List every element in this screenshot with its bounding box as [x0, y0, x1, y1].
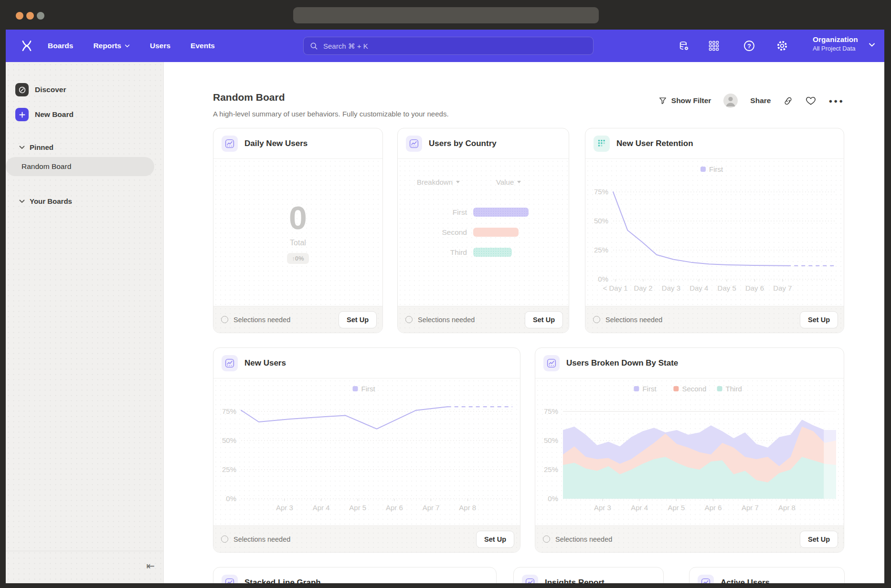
insights-chart-icon: [522, 575, 538, 583]
bar: [473, 208, 529, 217]
svg-text:Apr 8: Apr 8: [778, 504, 796, 512]
discover-icon: [15, 83, 29, 96]
svg-text:Day 4: Day 4: [689, 284, 708, 292]
org-caret-icon[interactable]: [869, 43, 875, 47]
insights-chart-icon: [543, 355, 560, 371]
svg-text:0%: 0%: [598, 275, 608, 283]
more-options-icon[interactable]: ●●●: [828, 97, 844, 105]
bar-row: First: [398, 208, 569, 217]
svg-text:Apr 6: Apr 6: [705, 504, 722, 512]
set-up-button[interactable]: Set Up: [525, 311, 563, 328]
traffic-light-minimize-button[interactable]: [26, 12, 34, 20]
card-footer: Selections needed Set Up: [398, 306, 569, 333]
sidebar-item-discover[interactable]: Discover: [15, 83, 66, 96]
search-input[interactable]: [322, 42, 587, 51]
nav-item-users[interactable]: Users: [150, 42, 170, 50]
card-users-by-state: Users Broken Down By State 0%25%50%75%Ap…: [535, 347, 844, 553]
nav-links: Boards Reports Users Events: [48, 30, 215, 62]
search-box[interactable]: [303, 37, 594, 55]
show-filter-button[interactable]: Show Filter: [658, 96, 711, 105]
retention-grid-icon: [594, 136, 610, 152]
insights-chart-icon: [222, 575, 238, 583]
nav-item-events[interactable]: Events: [191, 42, 215, 50]
card-daily-new-users: Daily New Users 0 Total ↑0% Selections n…: [213, 128, 383, 333]
copy-link-icon[interactable]: [783, 96, 793, 106]
url-bar[interactable]: [293, 7, 599, 23]
filter-funnel-icon: [658, 96, 667, 105]
svg-text:Day 5: Day 5: [718, 284, 736, 292]
status-text: Selections needed: [605, 316, 795, 324]
set-up-button[interactable]: Set Up: [800, 531, 838, 548]
bar-label: Third: [398, 248, 473, 257]
org-switcher[interactable]: Organization All Project Data: [813, 35, 858, 52]
svg-text:Day 6: Day 6: [745, 284, 764, 292]
share-button[interactable]: Share: [750, 96, 771, 105]
svg-text:Second: Second: [682, 385, 706, 393]
insights-chart-icon: [406, 136, 422, 152]
svg-text:Apr 4: Apr 4: [631, 504, 648, 512]
sidebar-item-new-board[interactable]: New Board: [15, 108, 74, 121]
insights-chart-icon: [698, 575, 714, 583]
card-body: 0%25%50%75%Apr 3Apr 4Apr 5Apr 6Apr 7Apr …: [535, 378, 844, 525]
card-title: New User Retention: [616, 139, 693, 148]
card-title: Users Broken Down By State: [566, 358, 678, 368]
value-dropdown[interactable]: Value: [496, 178, 521, 186]
board-content: Random Board A high-level summary of use…: [164, 62, 884, 583]
svg-text:Third: Third: [726, 385, 742, 393]
svg-text:0%: 0%: [226, 494, 236, 503]
settings-gear-icon[interactable]: [776, 40, 788, 52]
card-new-users: New Users 0%25%50%75%Apr 3Apr 4Apr 5Apr …: [213, 347, 520, 553]
svg-text:25%: 25%: [594, 246, 608, 254]
card-footer: Selections needed Set Up: [535, 525, 844, 552]
svg-text:50%: 50%: [544, 436, 558, 444]
collapse-sidebar-icon[interactable]: ⇤: [146, 561, 155, 571]
card-body: 0%25%50%75%Apr 3Apr 4Apr 5Apr 6Apr 7Apr …: [213, 378, 520, 525]
card-body: 0%25%50%75%< Day 1Day 2Day 3Day 4Day 5Da…: [585, 159, 844, 306]
favorite-heart-icon[interactable]: [806, 96, 816, 105]
window-frame: Boards Reports Users Events: [0, 0, 891, 588]
card-insights-report: Insights Report: [513, 567, 664, 583]
help-icon[interactable]: ?: [743, 40, 755, 52]
breakdown-dropdown[interactable]: Breakdown: [417, 178, 460, 186]
status-text: Selections needed: [555, 536, 795, 543]
sidebar-section-your-boards[interactable]: Your Boards: [19, 197, 72, 205]
svg-text:50%: 50%: [222, 436, 236, 444]
svg-text:75%: 75%: [594, 188, 608, 196]
mixpanel-logo-icon[interactable]: [19, 38, 34, 53]
status-text: Selections needed: [233, 316, 333, 324]
org-name: Organization: [813, 35, 858, 44]
status-text: Selections needed: [233, 536, 471, 543]
svg-text:50%: 50%: [594, 217, 608, 225]
nav-item-reports[interactable]: Reports: [93, 42, 130, 50]
svg-text:Apr 8: Apr 8: [459, 504, 476, 512]
avatar[interactable]: [723, 94, 738, 108]
svg-text:First: First: [642, 385, 657, 393]
page-title: Random Board: [213, 92, 285, 103]
metric-label: Total: [290, 239, 306, 247]
set-up-button[interactable]: Set Up: [800, 311, 838, 328]
bar: [473, 228, 519, 237]
status-circle-icon: [221, 536, 228, 543]
sidebar-section-pinned[interactable]: Pinned: [19, 143, 53, 151]
card-footer: Selections needed Set Up: [585, 306, 844, 333]
top-nav: Boards Reports Users Events: [6, 30, 884, 62]
traffic-light-zoom-button[interactable]: [37, 12, 44, 20]
set-up-button[interactable]: Set Up: [476, 531, 514, 548]
card-title: Active Users: [721, 578, 770, 583]
nav-item-boards[interactable]: Boards: [48, 42, 73, 50]
titlebar: [0, 0, 891, 30]
chevron-down-icon: [19, 200, 25, 203]
card-active-users: Active Users: [689, 567, 845, 583]
bar: [473, 248, 512, 257]
sidebar-item-random-board[interactable]: Random Board: [6, 157, 154, 176]
data-management-icon[interactable]: [678, 40, 690, 52]
set-up-button[interactable]: Set Up: [339, 311, 377, 328]
svg-text:Apr 7: Apr 7: [742, 504, 759, 512]
svg-text:First: First: [361, 385, 376, 393]
svg-text:Day 3: Day 3: [662, 284, 680, 292]
bar-row: Second: [398, 228, 569, 237]
status-circle-icon: [543, 536, 550, 543]
stacked-area-chart: 0%25%50%75%Apr 3Apr 4Apr 5Apr 6Apr 7Apr …: [535, 378, 844, 525]
apps-grid-icon[interactable]: [708, 40, 720, 52]
traffic-light-close-button[interactable]: [16, 12, 23, 20]
